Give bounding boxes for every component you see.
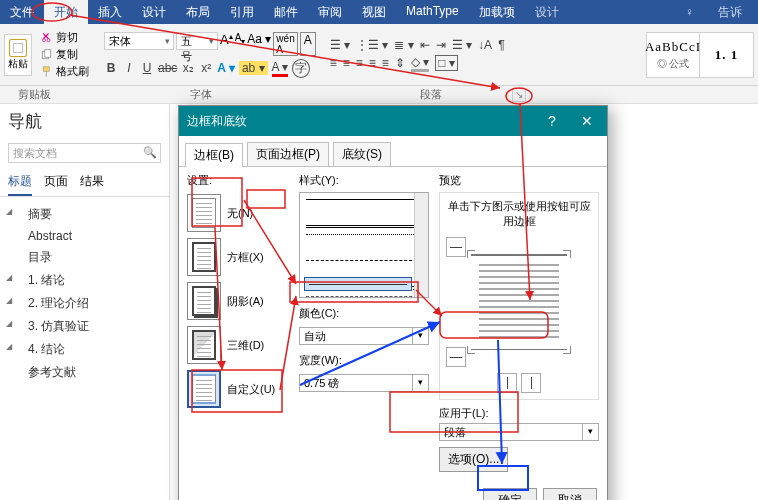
width-dropdown[interactable]: 0.75 磅▾ bbox=[299, 374, 429, 392]
tab-design[interactable]: 设计 bbox=[132, 0, 176, 24]
underline-button[interactable]: U bbox=[140, 61, 154, 75]
paste-button[interactable]: 粘贴 bbox=[4, 34, 32, 76]
paragraph-launcher[interactable]: ↘ bbox=[512, 88, 526, 102]
tab-mathtype[interactable]: MathType bbox=[396, 0, 469, 24]
font-size-selector[interactable]: 五号 bbox=[176, 32, 218, 50]
italic-button[interactable]: I bbox=[122, 61, 136, 75]
style-list[interactable] bbox=[299, 192, 429, 298]
bold-button[interactable]: B bbox=[104, 61, 118, 75]
borders[interactable]: □ ▾ bbox=[435, 55, 458, 71]
tab-home[interactable]: 开始 bbox=[44, 0, 88, 24]
tab-layout[interactable]: 布局 bbox=[176, 0, 220, 24]
tell-me[interactable]: 告诉 bbox=[708, 0, 752, 25]
ok-button[interactable]: 确定 bbox=[483, 488, 537, 500]
style-item-formula[interactable]: AaBbCcI◎ 公式 bbox=[646, 32, 700, 78]
align-justify[interactable]: ≡ bbox=[369, 56, 376, 70]
right-border-toggle[interactable] bbox=[521, 373, 541, 393]
dialog-title: 边框和底纹 bbox=[187, 113, 247, 130]
char-border[interactable]: A bbox=[300, 32, 316, 56]
navigation-pane: 导航 搜索文档 标题 页面 结果 摘要 Abstract 目录 1. 绪论 2.… bbox=[0, 104, 170, 500]
asian-layout[interactable]: ☰ ▾ bbox=[452, 38, 472, 52]
line-spacing[interactable]: ⇕ bbox=[395, 56, 405, 70]
setting-box[interactable]: 方框(X) bbox=[187, 238, 289, 276]
tab-addins[interactable]: 加载项 bbox=[469, 0, 525, 24]
grow-font[interactable]: A▴ bbox=[220, 32, 233, 56]
svg-point-1 bbox=[47, 38, 50, 41]
circle-char[interactable]: 字 bbox=[292, 59, 310, 78]
format-painter-button[interactable]: 格式刷 bbox=[38, 64, 92, 79]
style-item-heading1[interactable]: 1. 1 bbox=[700, 32, 754, 78]
nav-item[interactable]: 2. 理论介绍 bbox=[0, 292, 169, 315]
dlg-tab-borders[interactable]: 边框(B) bbox=[185, 143, 243, 167]
help-button[interactable]: ? bbox=[537, 113, 567, 129]
nav-tab-results[interactable]: 结果 bbox=[80, 173, 104, 196]
nav-item[interactable]: 4. 结论 bbox=[0, 338, 169, 361]
strikethrough-button[interactable]: abc bbox=[158, 61, 177, 75]
change-case[interactable]: Aa ▾ bbox=[247, 32, 271, 56]
multilevel[interactable]: ≣ ▾ bbox=[394, 38, 413, 52]
close-button[interactable]: ✕ bbox=[567, 106, 607, 136]
tab-design-context[interactable]: 设计 bbox=[525, 0, 569, 24]
left-border-toggle[interactable] bbox=[497, 373, 517, 393]
apply-to-dropdown[interactable]: 段落▾ bbox=[439, 423, 599, 441]
scrollbar[interactable] bbox=[414, 193, 428, 297]
font-name-selector[interactable]: 宋体 bbox=[104, 32, 174, 50]
tab-mail[interactable]: 邮件 bbox=[264, 0, 308, 24]
phonetic-guide[interactable]: wénA bbox=[273, 32, 297, 56]
nav-item[interactable]: 参考文献 bbox=[0, 361, 169, 384]
borders-shading-dialog: 边框和底纹 ? ✕ 边框(B) 页面边框(P) 底纹(S) 设置: 无(N) 方… bbox=[178, 105, 608, 500]
preview-area[interactable] bbox=[471, 254, 567, 350]
highlight-color[interactable]: ab ▾ bbox=[239, 61, 268, 75]
tab-view[interactable]: 视图 bbox=[352, 0, 396, 24]
font-label: 字体 bbox=[190, 87, 212, 102]
tab-insert[interactable]: 插入 bbox=[88, 0, 132, 24]
nav-title: 导航 bbox=[0, 104, 169, 139]
preview-hint: 单击下方图示或使用按钮可应用边框 bbox=[446, 199, 592, 229]
setting-custom[interactable]: 自定义(U) bbox=[187, 370, 289, 408]
cut-button[interactable]: 剪切 bbox=[38, 30, 92, 45]
options-button[interactable]: 选项(O)... bbox=[439, 447, 508, 472]
increase-indent[interactable]: ⇥ bbox=[436, 38, 446, 52]
shading[interactable]: ◇ ▾ bbox=[411, 55, 429, 72]
tab-references[interactable]: 引用 bbox=[220, 0, 264, 24]
nav-item[interactable]: 摘要 bbox=[0, 203, 169, 226]
align-left[interactable]: ≡ bbox=[330, 56, 337, 70]
style-label: 样式(Y): bbox=[299, 173, 429, 188]
show-marks[interactable]: ¶ bbox=[498, 38, 504, 52]
align-right[interactable]: ≡ bbox=[356, 56, 363, 70]
nav-tab-headings[interactable]: 标题 bbox=[8, 173, 32, 196]
setting-shadow[interactable]: 阴影(A) bbox=[187, 282, 289, 320]
nav-item[interactable]: 1. 绪论 bbox=[0, 269, 169, 292]
nav-tab-pages[interactable]: 页面 bbox=[44, 173, 68, 196]
nav-item[interactable]: Abstract bbox=[0, 226, 169, 246]
nav-item[interactable]: 目录 bbox=[0, 246, 169, 269]
tab-file[interactable]: 文件 bbox=[0, 0, 44, 24]
distribute[interactable]: ≡ bbox=[382, 56, 389, 70]
setting-none[interactable]: 无(N) bbox=[187, 194, 289, 232]
cancel-button[interactable]: 取消 bbox=[543, 488, 597, 500]
clipboard-icon bbox=[9, 39, 27, 57]
setting-3d[interactable]: 三维(D) bbox=[187, 326, 289, 364]
shrink-font[interactable]: A▾ bbox=[235, 32, 246, 56]
text-effects[interactable]: A ▾ bbox=[217, 61, 235, 75]
sort[interactable]: ↓A bbox=[478, 38, 492, 52]
font-color[interactable]: A ▾ bbox=[272, 60, 289, 77]
decrease-indent[interactable]: ⇤ bbox=[420, 38, 430, 52]
dlg-tab-page-border[interactable]: 页面边框(P) bbox=[247, 142, 329, 166]
tab-review[interactable]: 审阅 bbox=[308, 0, 352, 24]
numbering[interactable]: ⋮☰ ▾ bbox=[356, 38, 388, 52]
superscript-button[interactable]: x² bbox=[199, 61, 213, 75]
nav-item[interactable]: 3. 仿真验证 bbox=[0, 315, 169, 338]
search-input[interactable]: 搜索文档 bbox=[8, 143, 161, 163]
bottom-border-toggle[interactable] bbox=[446, 347, 466, 367]
dlg-tab-shading[interactable]: 底纹(S) bbox=[333, 142, 391, 166]
color-dropdown[interactable]: 自动▾ bbox=[299, 327, 429, 345]
apply-to-label: 应用于(L): bbox=[439, 406, 599, 421]
paragraph-label: 段落 bbox=[420, 87, 442, 102]
align-center[interactable]: ≡ bbox=[343, 56, 350, 70]
copy-button[interactable]: 复制 bbox=[38, 47, 92, 62]
bullets[interactable]: ☰ ▾ bbox=[330, 38, 350, 52]
ribbon: 粘贴 剪切 复制 格式刷 宋体 五号 A▴ A▾ Aa ▾ wénA A B I… bbox=[0, 24, 758, 86]
top-border-toggle[interactable] bbox=[446, 237, 466, 257]
ribbon-tabs: 文件 开始 插入 设计 布局 引用 邮件 审阅 视图 MathType 加载项 … bbox=[0, 0, 758, 24]
